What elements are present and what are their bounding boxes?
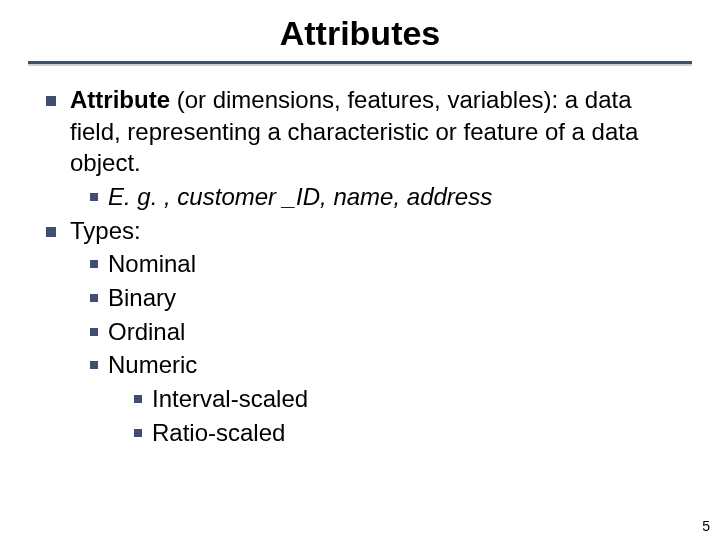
bullet-item: Interval-scaled <box>46 383 680 415</box>
bullet-text: Interval-scaled <box>152 383 308 415</box>
square-bullet-icon <box>46 227 56 237</box>
bullet-text: Numeric <box>108 349 197 381</box>
bullet-text: Binary <box>108 282 176 314</box>
bullet-item: Ratio-scaled <box>46 417 680 449</box>
bullet-text: Ratio-scaled <box>152 417 285 449</box>
bullet-text: Ordinal <box>108 316 185 348</box>
bullet-text: Nominal <box>108 248 196 280</box>
bullet-item: E. g. , customer _ID, name, address <box>46 181 680 213</box>
square-bullet-icon <box>90 260 98 268</box>
page-number: 5 <box>702 518 710 534</box>
bullet-item: Attribute (or dimensions, features, vari… <box>46 84 680 179</box>
bullet-text: Attribute (or dimensions, features, vari… <box>70 84 680 179</box>
slide-content: Attribute (or dimensions, features, vari… <box>0 66 720 448</box>
bullet-item: Types: <box>46 215 680 247</box>
bullet-item: Nominal <box>46 248 680 280</box>
square-bullet-icon <box>90 193 98 201</box>
slide-title: Attributes <box>0 0 720 61</box>
square-bullet-icon <box>90 294 98 302</box>
bullet-item: Numeric <box>46 349 680 381</box>
text-bold: Attribute <box>70 86 177 113</box>
square-bullet-icon <box>90 361 98 369</box>
square-bullet-icon <box>134 429 142 437</box>
slide: Attributes Attribute (or dimensions, fea… <box>0 0 720 540</box>
square-bullet-icon <box>134 395 142 403</box>
bullet-item: Binary <box>46 282 680 314</box>
square-bullet-icon <box>90 328 98 336</box>
bullet-text: E. g. , customer _ID, name, address <box>108 181 492 213</box>
bullet-item: Ordinal <box>46 316 680 348</box>
bullet-text: Types: <box>70 215 141 247</box>
square-bullet-icon <box>46 96 56 106</box>
